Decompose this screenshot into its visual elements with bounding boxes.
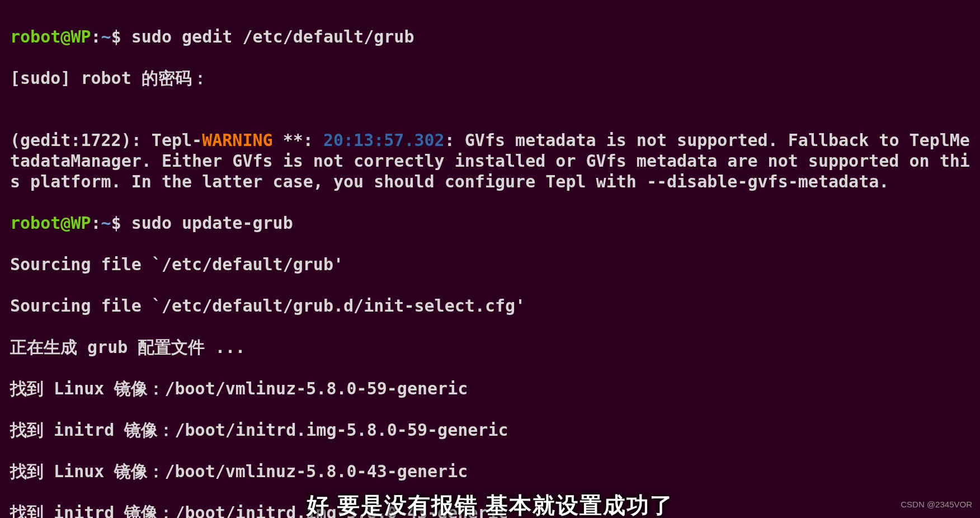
terminal-line: 找到 initrd 镜像：/boot/initrd.img-5.8.0-59-g… [10, 420, 970, 440]
prompt-host: WP [70, 27, 91, 46]
terminal-line: robot@WP:~$ sudo update-grub [10, 213, 970, 233]
prompt-path: ~ [101, 213, 111, 233]
prompt-at: @ [60, 27, 70, 46]
timestamp: 20:13:57.302 [323, 130, 445, 150]
prompt-symbol: $ [111, 27, 121, 46]
terminal-line: Sourcing file `/etc/default/grub' [10, 254, 970, 275]
terminal-line: 找到 Linux 镜像：/boot/vmlinuz-5.8.0-43-gener… [10, 461, 970, 482]
prompt-user: robot [10, 27, 60, 46]
video-subtitle: 好 要是没有报错 基本就设置成功了 [0, 495, 980, 516]
prompt-colon: : [91, 213, 101, 233]
command-text: sudo update-grub [121, 213, 293, 233]
gedit-mid: **: [273, 130, 323, 150]
terminal-line: (gedit:1722): Tepl-WARNING **: 20:13:57.… [10, 130, 970, 192]
terminal-line: robot@WP:~$ sudo gedit /etc/default/grub [10, 26, 970, 47]
terminal-line: 正在生成 grub 配置文件 ... [10, 337, 970, 357]
prompt-host: WP [70, 213, 91, 233]
prompt-symbol: $ [111, 213, 121, 233]
prompt-at: @ [60, 213, 70, 233]
warning-label: WARNING [202, 130, 272, 150]
prompt-user: robot [10, 213, 60, 233]
terminal-line: Sourcing file `/etc/default/grub.d/init-… [10, 295, 970, 316]
terminal-line: 找到 Linux 镜像：/boot/vmlinuz-5.8.0-59-gener… [10, 378, 970, 399]
gedit-prefix: (gedit:1722): Tepl- [10, 130, 202, 150]
prompt-colon: : [91, 27, 101, 46]
command-text: sudo gedit /etc/default/grub [121, 27, 414, 46]
terminal-line: [sudo] robot 的密码： [10, 68, 970, 88]
prompt-path: ~ [101, 27, 111, 46]
watermark-text: CSDN @2345VOR [901, 494, 972, 515]
terminal-output[interactable]: robot@WP:~$ sudo gedit /etc/default/grub… [0, 0, 980, 518]
